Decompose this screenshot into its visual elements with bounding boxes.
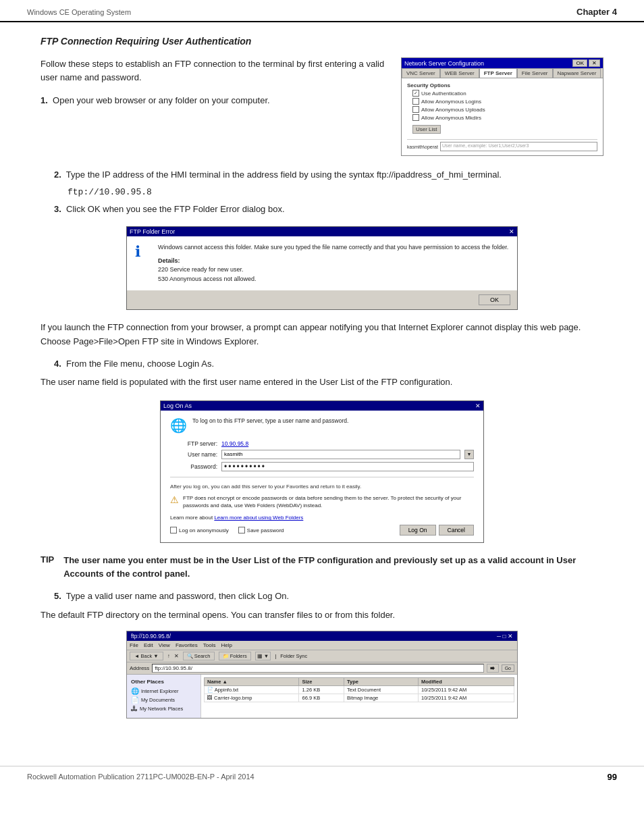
- anon-logon-checkbox[interactable]: [170, 527, 177, 533]
- ftp-sidebar: Other Places 🌐 Internet Explorer 📄 My Do…: [127, 675, 201, 718]
- toolbar-folder-sync[interactable]: Folder Sync: [280, 653, 307, 659]
- logon-password-row: Password: ••••••••••: [170, 462, 474, 471]
- logon-dialog: Log On As ✕ 🌐 To log on to this FTP serv…: [160, 400, 484, 544]
- tip-label: TIP: [41, 554, 54, 565]
- logon-icon-row: 🌐 To log on to this FTP server, type a u…: [170, 417, 474, 434]
- page-header: Windows CE Operating System Chapter 4: [0, 0, 644, 22]
- file-modified-2: 10/25/2011 9:42 AM: [419, 694, 514, 702]
- save-pwd-checkbox[interactable]: [238, 527, 245, 533]
- menu-file[interactable]: File: [130, 642, 138, 648]
- logon-warn-text: FTP does not encrypt or encode passwords…: [183, 494, 474, 509]
- step-3: 3. Click OK when you see the FTP Folder …: [54, 203, 603, 216]
- auth-checkbox: [412, 90, 419, 97]
- header-section-title: Windows CE Operating System: [27, 8, 131, 16]
- go-btn[interactable]: Go: [502, 664, 514, 672]
- file-type-2: Bitmap Image: [344, 694, 419, 702]
- logon-divider-1: [170, 477, 474, 477]
- menu-edit[interactable]: Edit: [144, 642, 153, 648]
- go-icon: 🡆: [487, 664, 499, 673]
- ftp-address-input[interactable]: ftp://10.90.95.8/: [152, 664, 483, 673]
- toolbar-back[interactable]: ◄ Back ▼: [130, 652, 163, 660]
- file-modified-1: 10/25/2011 9:42 AM: [419, 685, 514, 694]
- ftp-error-titlebar: FTP Folder Error ✕: [127, 227, 517, 236]
- ns-checkbox-anon-uploads: Allow Anonymous Uploads: [412, 106, 597, 113]
- ns-tab-file: File Server: [517, 68, 553, 78]
- menu-view[interactable]: View: [159, 642, 170, 648]
- ns-checkbox-anon-mkdirs: Allow Anonymous Mkdirs: [412, 114, 597, 121]
- file-size-2: 66.9 KB: [299, 694, 344, 702]
- toolbar-folders[interactable]: 📁 Folders: [219, 652, 251, 660]
- save-pwd-checkbox-item: Save password: [238, 527, 284, 533]
- file-name-1: 📄 Appinfo.txt: [205, 685, 299, 694]
- learn-more-link[interactable]: Learn more about Learn more about using …: [170, 515, 474, 521]
- logon-buttons: Log On Cancel: [400, 525, 474, 536]
- ftp-table-body: 📄 Appinfo.txt 1.26 KB Text Document 10/2…: [205, 685, 514, 702]
- ns-tabs: VNC Server WEB Server FTP Server File Se…: [402, 68, 603, 78]
- para-after-step5: The default FTP directory on the termina…: [41, 608, 603, 623]
- logon-username-row: User name: ▼: [170, 450, 474, 459]
- step-2-example: ftp://10.90.95.8: [68, 187, 603, 197]
- password-input[interactable]: ••••••••••: [221, 462, 474, 471]
- toolbar-search[interactable]: 🔍 Search: [183, 652, 215, 660]
- step-4: 4. From the File menu, choose Login As.: [54, 357, 603, 371]
- username-input[interactable]: [221, 450, 460, 459]
- col-name: Name ▲: [205, 677, 299, 685]
- info-icon: ℹ: [135, 243, 151, 284]
- ns-body: Security Options Use Authentication Allo…: [402, 78, 603, 155]
- ftp-address-bar: Address ftp://10.90.95.8/ 🡆 Go: [127, 662, 517, 675]
- file-type-1: Text Document: [344, 685, 419, 694]
- col-size: Size: [299, 677, 344, 685]
- logon-titlebar: Log On As ✕: [161, 401, 483, 411]
- header-chapter: Chapter 4: [576, 7, 617, 17]
- menu-favorites[interactable]: Favorites: [176, 642, 198, 648]
- ns-checkbox-auth: Use Authentication: [412, 90, 597, 97]
- step-2: 2. Type the IP address of the HMI termin…: [54, 168, 603, 182]
- ftp-table: Name ▲ Size Type Modified 📄 Appinfo.txt …: [204, 677, 514, 702]
- logon-save-note: After you log on, you can add this serve…: [170, 483, 474, 490]
- page-number: 99: [608, 772, 617, 782]
- ns-tab-web: WEB Server: [440, 68, 479, 78]
- ie-icon: 🌐: [131, 687, 139, 695]
- ns-tab-ftp: FTP Server: [479, 68, 517, 78]
- section-title: FTP Connection Requiring User Authentica…: [41, 36, 603, 47]
- username-label: User name:: [170, 451, 217, 458]
- step-1-number: 1.: [41, 95, 48, 105]
- para-after-step4: The user name field is populated with th…: [41, 375, 603, 390]
- address-label: Address: [130, 665, 149, 671]
- username-dropdown[interactable]: ▼: [464, 450, 474, 459]
- file-name-2: 🖼 Carrier-logo.bmp: [205, 694, 299, 702]
- anon-mkdirs-checkbox: [412, 114, 419, 121]
- mydocs-icon: 📄: [131, 696, 139, 704]
- ns-tab-napware: Napware Server: [553, 68, 601, 78]
- ftp-file-list: Name ▲ Size Type Modified 📄 Appinfo.txt …: [201, 675, 517, 718]
- ftp-table-header: Name ▲ Size Type Modified: [205, 677, 514, 685]
- ftp-browser-screenshot: ftp://10.90.95.8/ ─ □ ✕ File Edit View F…: [126, 631, 518, 719]
- logon-ftp-server-row: FTP server: 10.90.95.8: [170, 440, 474, 447]
- sidebar-item-network: 🖧 My Network Places: [131, 705, 196, 712]
- table-row: 🖼 Carrier-logo.bmp 66.9 KB Bitmap Image …: [205, 694, 514, 702]
- ns-tab-vnc: VNC Server: [402, 68, 440, 78]
- table-row: 📄 Appinfo.txt 1.26 KB Text Document 10/2…: [205, 685, 514, 694]
- anon-logins-checkbox: [412, 98, 419, 105]
- logon-footer-row: Log on anonymously Save password Log On …: [170, 525, 474, 536]
- menu-help[interactable]: Help: [221, 642, 232, 648]
- sidebar-title: Other Places: [131, 679, 196, 685]
- toolbar-view[interactable]: ▦ ▼: [255, 652, 271, 660]
- password-label: Password:: [170, 463, 217, 470]
- ftp-main-area: Other Places 🌐 Internet Explorer 📄 My Do…: [127, 675, 517, 718]
- logon-description: To log on to this FTP server, type a use…: [192, 417, 348, 425]
- ftp-error-ok-btn[interactable]: OK: [479, 294, 510, 305]
- cancel-btn[interactable]: Cancel: [439, 525, 474, 536]
- menu-tools[interactable]: Tools: [203, 642, 216, 648]
- file-size-1: 1.26 KB: [299, 685, 344, 694]
- ns-titlebar: Network Server Configuration OK ✕: [402, 58, 603, 68]
- anon-uploads-checkbox: [412, 106, 419, 113]
- log-on-btn[interactable]: Log On: [400, 525, 436, 536]
- logon-checkboxes: Log on anonymously Save password: [170, 527, 284, 533]
- col-type: Type: [344, 677, 419, 685]
- ftp-folder-error-dialog: FTP Folder Error ✕ ℹ Windows cannot acce…: [126, 226, 518, 310]
- ftp-server-label: FTP server:: [170, 440, 217, 447]
- user-list-btn[interactable]: User List: [412, 125, 441, 134]
- sidebar-item-mydocs: 📄 My Documents: [131, 696, 196, 704]
- footer-publication: Rockwell Automation Publication 2711PC-U…: [27, 773, 254, 781]
